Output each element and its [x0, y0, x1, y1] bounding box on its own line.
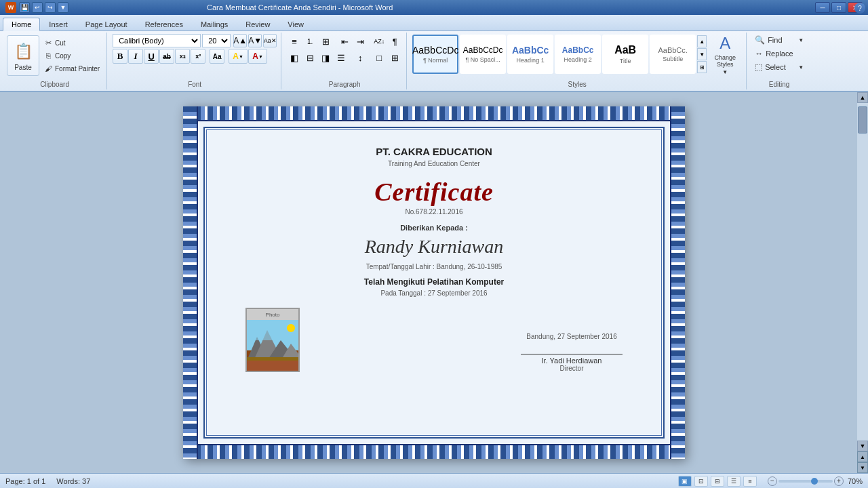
title-bar-left: W 💾 ↩ ↪ ▼ Cara Membuat Certificate Anda … — [5, 2, 393, 13]
shading-button[interactable]: □ — [372, 50, 387, 65]
center-button[interactable]: ⊟ — [302, 50, 317, 65]
small-buttons: ✂ Cut ⎘ Copy 🖌 Format Painter — [41, 35, 102, 76]
style-heading1-button[interactable]: AaBbCc Heading 1 — [507, 35, 553, 74]
decrease-font-button[interactable]: A▼ — [248, 34, 262, 47]
cert-date: Pada Tanggal : 27 September 2016 — [380, 289, 487, 297]
window-title: Cara Membuat Certificate Anda Sendiri - … — [207, 3, 393, 12]
align-left-button[interactable]: ◧ — [287, 50, 302, 65]
tab-review[interactable]: Review — [237, 17, 279, 30]
change-styles-button[interactable]: A Change Styles ▼ — [708, 34, 742, 75]
minimize-button[interactable]: ─ — [815, 2, 830, 13]
tab-insert[interactable]: Insert — [40, 17, 77, 30]
cut-button[interactable]: ✂ Cut — [41, 37, 102, 49]
help-button[interactable]: ? — [854, 3, 865, 14]
highlight-button[interactable]: A ▼ — [229, 49, 248, 64]
customize-button[interactable]: ▼ — [58, 2, 68, 13]
styles-expand[interactable]: ⊞ — [697, 61, 707, 73]
bold-button[interactable]: B — [113, 49, 127, 64]
style-subtitle-label: Subtitle — [663, 56, 683, 62]
change-styles-arrow: ▼ — [722, 69, 728, 75]
select-arrow: ▼ — [798, 64, 804, 70]
style-no-spacing-button[interactable]: AaBbCcDc ¶ No Spaci... — [460, 35, 506, 74]
increase-indent-button[interactable]: ⇥ — [353, 34, 368, 49]
cert-given: Diberikan Kepada : — [400, 224, 468, 232]
style-normal-button[interactable]: AaBbCcDc ¶ Normal — [412, 35, 458, 74]
scroll-up-button[interactable]: ▲ — [857, 92, 868, 103]
borders-button[interactable]: ⊞ — [387, 50, 402, 65]
ribbon-group-editing: 🔍 Find ▼ ↔ Replace ⬚ Select ▼ Editing — [748, 33, 810, 89]
multilevel-button[interactable]: ⊞ — [318, 34, 333, 49]
style-subtitle-button[interactable]: AaBbCc. Subtitle — [650, 35, 696, 74]
quick-access-toolbar: 💾 ↩ ↪ ▼ — [19, 2, 68, 13]
zoom-out-button[interactable]: − — [768, 476, 777, 486]
para-row1: ≡ 1. ⊞ ⇤ ⇥ AZ↓ ¶ — [287, 34, 402, 49]
expand-top-button[interactable]: ▲ — [857, 451, 868, 462]
status-bar: Page: 1 of 1 Words: 37 ▣ ⊡ ⊟ ☰ ≡ − + 70% — [0, 473, 868, 488]
tab-home[interactable]: Home — [3, 18, 40, 31]
italic-button[interactable]: I — [128, 49, 143, 64]
style-heading2-button[interactable]: AaBbCc Heading 2 — [555, 35, 601, 74]
ribbon-tabs: Home Insert Page Layout References Maili… — [0, 15, 868, 31]
cert-birth: Tempat/Tanggal Lahir : Bandung, 26-10-19… — [366, 263, 502, 270]
expand-bottom-button[interactable]: ▼ — [857, 462, 868, 473]
align-right-button[interactable]: ◨ — [318, 50, 333, 65]
maximize-button[interactable]: □ — [831, 2, 846, 13]
editing-label: Editing — [748, 81, 810, 88]
copy-label: Copy — [55, 52, 71, 60]
editing-area: 🔍 Find ▼ ↔ Replace ⬚ Select ▼ — [752, 34, 806, 83]
replace-label: Replace — [766, 49, 793, 58]
strikethrough-button[interactable]: ab — [159, 49, 174, 64]
format-painter-button[interactable]: 🖌 Format Painter — [41, 62, 102, 75]
clear-format-button[interactable]: Aa✕ — [263, 34, 277, 47]
bullets-button[interactable]: ≡ — [287, 34, 302, 49]
tab-view[interactable]: View — [279, 17, 313, 30]
full-screen-button[interactable]: ⊡ — [694, 476, 708, 487]
style-subtitle-preview: AaBbCc. — [658, 46, 687, 54]
style-title-button[interactable]: AaB Title — [602, 35, 648, 74]
tab-page-layout[interactable]: Page Layout — [77, 17, 136, 30]
draft-button[interactable]: ≡ — [743, 476, 757, 487]
zoom-thumb[interactable] — [811, 478, 818, 485]
select-button[interactable]: ⬚ Select ▼ — [752, 61, 806, 73]
increase-font-button[interactable]: A▲ — [233, 34, 247, 47]
scroll-thumb[interactable] — [858, 106, 867, 134]
subscript-button[interactable]: x₂ — [175, 49, 190, 64]
superscript-button[interactable]: x² — [191, 49, 205, 64]
format-row: B I U ab x₂ x² Aa A ▼ A ▼ — [113, 49, 267, 64]
print-layout-button[interactable]: ▣ — [678, 476, 692, 487]
justify-button[interactable]: ☰ — [334, 50, 349, 65]
zoom-in-button[interactable]: + — [834, 476, 844, 486]
decrease-indent-button[interactable]: ⇤ — [337, 34, 352, 49]
change-styles-label: Change Styles — [714, 54, 736, 68]
styles-scroll-down[interactable]: ▼ — [697, 48, 707, 60]
numbering-button[interactable]: 1. — [302, 34, 317, 49]
outline-button[interactable]: ☰ — [727, 476, 741, 487]
show-formatting-button[interactable]: ¶ — [387, 34, 402, 49]
sort-button[interactable]: AZ↓ — [372, 34, 387, 49]
paste-button[interactable]: 📋 Paste — [7, 35, 39, 76]
font-name-selector[interactable]: Calibri (Body) — [113, 34, 201, 47]
font-size-selector[interactable]: 20 — [202, 34, 231, 47]
find-button[interactable]: 🔍 Find ▼ — [752, 34, 806, 46]
styles-scroll-up[interactable]: ▲ — [697, 35, 707, 47]
zoom-control: − + 70% — [768, 476, 863, 486]
font-controls: Calibri (Body) 20 A▲ A▼ Aa✕ B I U ab x₂ … — [113, 34, 277, 73]
word-icon: W — [5, 2, 16, 13]
tab-mailings[interactable]: Mailings — [192, 17, 237, 30]
scroll-down-button[interactable]: ▼ — [857, 441, 868, 451]
copy-button[interactable]: ⎘ Copy — [41, 49, 102, 62]
redo-button[interactable]: ↪ — [45, 2, 56, 13]
cert-location-date: Bandung, 27 September 2016 — [521, 333, 623, 340]
change-case-button[interactable]: Aa — [210, 49, 224, 64]
para-row2: ◧ ⊟ ◨ ☰ ↕ □ ⊞ — [287, 50, 402, 65]
line-spacing-button[interactable]: ↕ — [353, 50, 368, 65]
underline-button[interactable]: U — [144, 49, 159, 64]
replace-button[interactable]: ↔ Replace — [752, 47, 806, 60]
undo-button[interactable]: ↩ — [32, 2, 43, 13]
tab-references[interactable]: References — [136, 17, 192, 30]
font-color-button[interactable]: A ▼ — [248, 49, 267, 64]
web-layout-button[interactable]: ⊟ — [711, 476, 724, 487]
save-button[interactable]: 💾 — [19, 2, 30, 13]
border-bottom — [183, 444, 685, 459]
zoom-slider[interactable] — [778, 480, 833, 483]
